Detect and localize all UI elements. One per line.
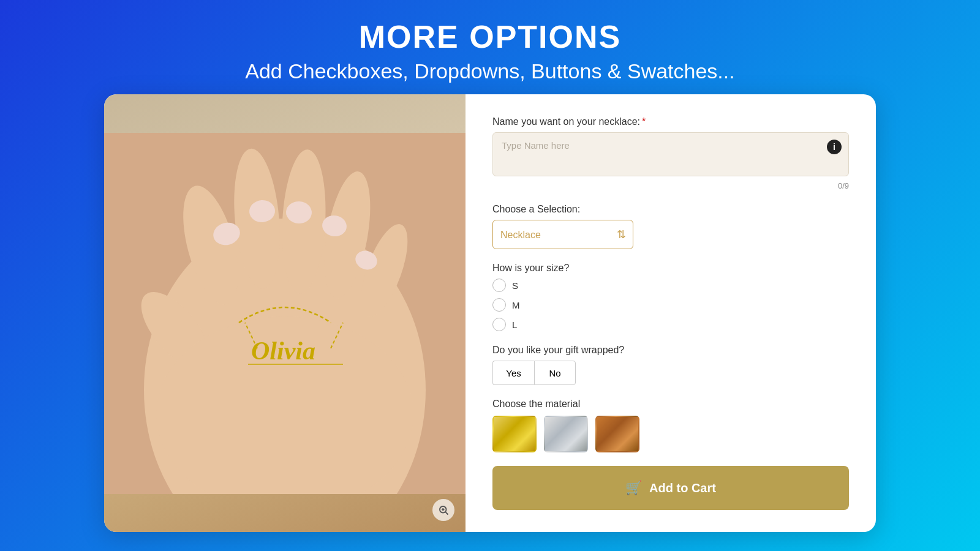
size-option-s[interactable]: S [492, 279, 849, 292]
product-image-section: Olivia [104, 94, 466, 532]
svg-text:Olivia: Olivia [251, 337, 315, 365]
material-field-label: Choose the material [492, 399, 849, 410]
gift-wrap-field-label: Do you like your gift wrapped? [492, 345, 849, 356]
size-label-l: L [512, 320, 517, 330]
radio-l[interactable] [492, 318, 506, 331]
gift-wrap-yes-button[interactable]: Yes [492, 361, 534, 385]
product-options-section: Name you want on your necklace:* i 0/9 C… [466, 94, 876, 532]
selection-field-label: Choose a Selection: [492, 204, 849, 215]
add-to-cart-label: Add to Cart [649, 481, 716, 495]
selection-dropdown-wrapper: Necklace Bracelet Ring Earring ⇅ [492, 220, 633, 249]
add-to-cart-button[interactable]: 🛒 Add to Cart [492, 466, 849, 510]
cart-icon: 🛒 [625, 480, 642, 496]
page-header: MORE OPTIONS Add Checkboxes, Dropdowns, … [0, 0, 980, 94]
selection-field-group: Choose a Selection: Necklace Bracelet Ri… [492, 204, 849, 249]
zoom-icon [438, 504, 449, 515]
material-swatch-gold[interactable] [492, 416, 537, 452]
size-field-group: How is your size? S M L [492, 263, 849, 331]
char-count: 0/9 [492, 181, 849, 190]
size-options: S M L [492, 279, 849, 331]
size-field-label: How is your size? [492, 263, 849, 274]
size-option-l[interactable]: L [492, 318, 849, 331]
radio-m[interactable] [492, 298, 506, 312]
zoom-button[interactable] [432, 499, 454, 521]
product-card: Olivia [104, 94, 876, 532]
name-field-label: Name you want on your necklace:* [492, 116, 849, 127]
page-subtitle: Add Checkboxes, Dropdowns, Buttons & Swa… [0, 59, 980, 83]
gift-wrap-no-button[interactable]: No [534, 361, 576, 385]
svg-line-19 [445, 512, 448, 515]
selection-dropdown[interactable]: Necklace Bracelet Ring Earring [492, 220, 633, 249]
gift-wrap-field-group: Do you like your gift wrapped? Yes No [492, 345, 849, 385]
material-swatches [492, 416, 849, 452]
size-option-m[interactable]: M [492, 298, 849, 312]
size-label-s: S [512, 280, 518, 291]
info-icon[interactable]: i [827, 140, 842, 154]
gift-wrap-buttons: Yes No [492, 361, 849, 385]
radio-s[interactable] [492, 279, 506, 292]
page-title: MORE OPTIONS [0, 20, 980, 54]
product-image: Olivia [104, 94, 466, 532]
name-field-group: Name you want on your necklace:* i 0/9 [492, 116, 849, 190]
material-swatch-bronze[interactable] [595, 416, 639, 452]
size-label-m: M [512, 300, 520, 310]
material-swatch-silver[interactable] [544, 416, 588, 452]
material-field-group: Choose the material [492, 399, 849, 452]
name-input[interactable] [492, 132, 849, 176]
product-illustration: Olivia [104, 133, 466, 494]
name-input-wrapper: i [492, 132, 849, 179]
